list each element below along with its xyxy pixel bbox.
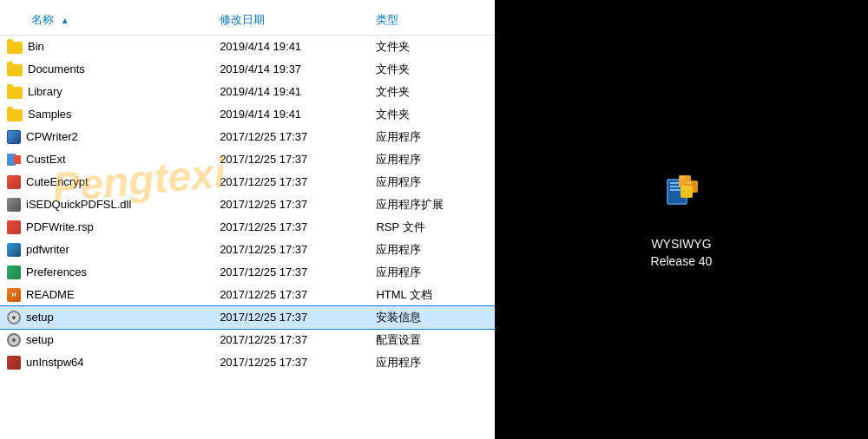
file-name: Bin — [28, 40, 44, 53]
file-name: README — [26, 288, 75, 301]
file-name-cell: Bin — [0, 36, 213, 58]
file-type: 应用程序 — [369, 126, 495, 148]
file-type: 应用程序 — [369, 261, 495, 284]
file-name: CuteEncrypt — [26, 175, 89, 188]
file-modified: 2017/12/25 17:37 — [213, 126, 369, 148]
file-modified: 2017/12/25 17:37 — [213, 351, 369, 374]
file-modified: 2019/4/14 19:37 — [213, 58, 369, 81]
table-row[interactable]: Bin 2019/4/14 19:41 文件夹 — [0, 36, 495, 58]
file-name: unInstpw64 — [26, 356, 84, 369]
file-type: 应用程序 — [369, 148, 495, 171]
file-modified: 2017/12/25 17:37 — [213, 239, 369, 261]
file-name-cell: H README — [0, 284, 213, 306]
file-name: Preferences — [26, 265, 87, 278]
file-explorer: Pengtexi 名称 ▲ 修改日期 类型 Bin — [0, 0, 495, 439]
file-modified: 2019/4/14 19:41 — [213, 103, 369, 126]
dll-icon — [7, 198, 21, 212]
uninstall-icon — [7, 356, 21, 370]
file-name: Samples — [28, 108, 72, 121]
folder-icon — [7, 109, 23, 121]
file-modified: 2017/12/25 17:37 — [213, 284, 369, 306]
svg-rect-9 — [687, 181, 692, 184]
file-name-cell: pdfwriter — [0, 239, 213, 261]
file-type: 文件夹 — [369, 103, 495, 126]
file-type: 应用程序扩展 — [369, 193, 495, 216]
html-icon: H — [7, 288, 21, 302]
file-name: Library — [28, 85, 62, 98]
file-name: setup — [26, 333, 54, 346]
file-type: 文件夹 — [369, 81, 495, 103]
table-row[interactable]: setup 2017/12/25 17:37 配置设置 — [0, 329, 495, 351]
table-row[interactable]: unInstpw64 2017/12/25 17:37 应用程序 — [0, 351, 495, 374]
app-icon — [7, 130, 21, 144]
file-modified: 2017/12/25 17:37 — [213, 306, 369, 329]
file-modified: 2019/4/14 19:41 — [213, 36, 369, 58]
file-name-cell: CustExt — [0, 148, 213, 171]
file-type: 配置设置 — [369, 329, 495, 351]
table-row[interactable]: Documents 2019/4/14 19:37 文件夹 — [0, 58, 495, 81]
folder-icon — [7, 87, 23, 99]
gear-icon — [7, 333, 21, 347]
file-name-cell: Library — [0, 81, 213, 103]
file-modified: 2017/12/25 17:37 — [213, 193, 369, 216]
table-row[interactable]: iSEDQuickPDFSL.dll 2017/12/25 17:37 应用程序… — [0, 193, 495, 216]
file-name: CPWriter2 — [26, 130, 78, 143]
file-name-cell: CuteEncrypt — [0, 171, 213, 193]
col-header-name[interactable]: 名称 ▲ — [0, 9, 213, 36]
file-type: 应用程序 — [369, 171, 495, 193]
table-row[interactable]: setup 2017/12/25 17:37 安装信息 — [0, 306, 495, 329]
file-type: 安装信息 — [369, 306, 495, 329]
table-row[interactable]: pdfwriter 2017/12/25 17:37 应用程序 — [0, 239, 495, 261]
file-modified: 2017/12/25 17:37 — [213, 171, 369, 193]
file-type: 文件夹 — [369, 58, 495, 81]
sort-arrow: ▲ — [61, 16, 69, 25]
file-name: iSEDQuickPDFSL.dll — [26, 198, 131, 211]
setup-icon — [7, 311, 21, 324]
app-icon — [7, 153, 21, 167]
file-name: Documents — [28, 62, 85, 75]
file-modified: 2017/12/25 17:37 — [213, 148, 369, 171]
table-row[interactable]: CuteEncrypt 2017/12/25 17:37 应用程序 — [0, 171, 495, 193]
svg-rect-10 — [681, 187, 687, 189]
wysiwyg-icon — [651, 168, 712, 229]
file-modified: 2019/4/14 19:41 — [213, 81, 369, 103]
file-name-cell: Preferences — [0, 261, 213, 284]
file-modified: 2017/12/25 17:37 — [213, 216, 369, 239]
app-icon — [7, 175, 21, 189]
file-modified: 2017/12/25 17:37 — [213, 261, 369, 284]
table-row[interactable]: Library 2019/4/14 19:41 文件夹 — [0, 81, 495, 103]
file-table: 名称 ▲ 修改日期 类型 Bin 2019/4/14 19:41 文件夹 — [0, 9, 495, 374]
table-row[interactable]: PDFWrite.rsp 2017/12/25 17:37 RSP 文件 — [0, 216, 495, 239]
prefs-icon — [7, 265, 21, 279]
table-row[interactable]: CustExt 2017/12/25 17:37 应用程序 — [0, 148, 495, 171]
wysiwyg-label: WYSIWYG Release 40 — [651, 236, 713, 270]
table-row[interactable]: Samples 2019/4/14 19:41 文件夹 — [0, 103, 495, 126]
file-name-cell: setup — [0, 329, 213, 351]
file-name-cell: setup — [0, 306, 213, 329]
file-name: PDFWrite.rsp — [26, 220, 94, 233]
file-name-cell: unInstpw64 — [0, 351, 213, 374]
file-modified: 2017/12/25 17:37 — [213, 329, 369, 351]
col-header-modified[interactable]: 修改日期 — [213, 9, 369, 36]
folder-icon — [7, 64, 23, 76]
file-name-cell: iSEDQuickPDFSL.dll — [0, 193, 213, 216]
file-name: pdfwriter — [26, 243, 69, 256]
file-name-cell: Samples — [0, 103, 213, 126]
file-type: 应用程序 — [369, 351, 495, 374]
file-name: CustExt — [26, 153, 66, 166]
svg-rect-4 — [670, 189, 682, 191]
table-row[interactable]: H README 2017/12/25 17:37 HTML 文档 — [0, 284, 495, 306]
table-row[interactable]: Preferences 2017/12/25 17:37 应用程序 — [0, 261, 495, 284]
file-name-cell: PDFWrite.rsp — [0, 216, 213, 239]
file-type: 文件夹 — [369, 36, 495, 58]
svg-rect-8 — [680, 176, 685, 179]
preview-content: WYSIWYG Release 40 — [651, 168, 713, 270]
file-type: HTML 文档 — [369, 284, 495, 306]
app-icon — [7, 243, 21, 257]
table-row[interactable]: CPWriter2 2017/12/25 17:37 应用程序 — [0, 126, 495, 148]
col-header-type[interactable]: 类型 — [369, 9, 495, 36]
folder-icon — [7, 42, 23, 54]
file-type: RSP 文件 — [369, 216, 495, 239]
rsp-icon — [7, 220, 21, 234]
preview-panel: WYSIWYG Release 40 — [495, 0, 868, 439]
